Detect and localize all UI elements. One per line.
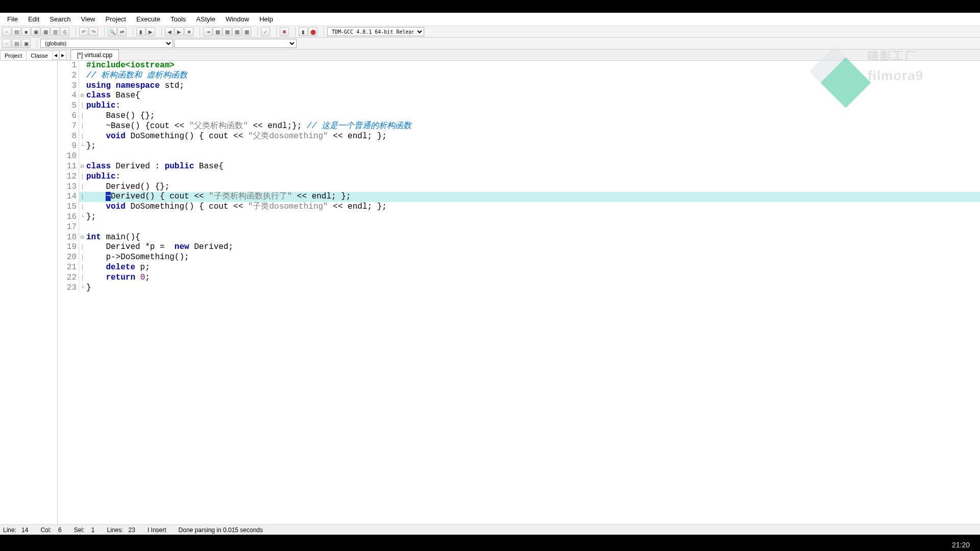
tab-scroll-right[interactable]: ▶ (59, 51, 66, 60)
status-lines: Lines: 23 (107, 527, 135, 534)
redo-icon[interactable]: ↷ (89, 27, 98, 36)
side-panel[interactable] (0, 61, 58, 524)
gutter-line: 12 (58, 172, 79, 182)
ide-window: File Edit Search View Project Execute To… (0, 13, 980, 535)
compiler-select[interactable]: TDM-GCC 4.8.1 64-bit Release (327, 27, 424, 36)
code-editor[interactable]: 1#include<iostream> 2// 析构函数和 虚析构函数 3usi… (58, 61, 980, 524)
close-icon[interactable]: ▥ (51, 27, 60, 36)
menu-window[interactable]: Window (220, 14, 254, 24)
grid2-icon[interactable]: ▦ (223, 27, 232, 36)
gutter-line: 15 (58, 202, 79, 212)
gutter-line: 19 (58, 242, 79, 253)
status-msg: Done parsing in 0.015 seconds (179, 527, 263, 534)
delete-icon[interactable]: ✖ (280, 27, 289, 36)
gutter-line: 21 (58, 263, 79, 273)
grid3-icon[interactable]: ▦ (232, 27, 241, 36)
gutter-line: 7 (58, 121, 79, 132)
debug-icon[interactable]: ⬤ (308, 27, 317, 36)
grid1-icon[interactable]: ▦ (213, 27, 222, 36)
editor-tab-virtual[interactable]: [*] virtual.cpp (70, 49, 119, 60)
main-area: 1#include<iostream> 2// 析构函数和 虚析构函数 3usi… (0, 61, 980, 524)
letterbox-bottom: 21:20 (0, 535, 980, 551)
tool-b-icon[interactable]: ▤ (12, 39, 21, 48)
gutter-line: 2 (58, 71, 79, 81)
bookmark-icon[interactable]: ★ (184, 27, 193, 36)
save-all-icon[interactable]: ▣ (31, 27, 40, 36)
new-file-icon[interactable]: ▫ (2, 27, 11, 36)
selection: ~ (106, 192, 111, 201)
tab-row: Project Classe ◀ ▶ [*] virtual.cpp (0, 49, 980, 61)
tab-scroll-left[interactable]: ◀ (52, 51, 59, 60)
gutter-line: 9 (58, 141, 79, 152)
menu-edit[interactable]: Edit (23, 14, 44, 24)
video-timestamp: 21:20 (952, 541, 970, 549)
gutter-line: 23 (58, 283, 79, 293)
menu-bar: File Edit Search View Project Execute To… (0, 13, 980, 26)
undo-icon[interactable]: ↶ (79, 27, 88, 36)
gutter-line: 8 (58, 132, 79, 142)
back-icon[interactable]: ◀ (165, 27, 174, 36)
gutter-line: 13 (58, 182, 79, 192)
tab-project[interactable]: Project (0, 51, 27, 60)
run-icon[interactable]: ▶ (146, 27, 155, 36)
member-select[interactable] (174, 39, 297, 48)
gutter-line: 3 (58, 81, 79, 91)
menu-tools[interactable]: Tools (165, 14, 191, 24)
status-line: Line: 14 (3, 527, 28, 534)
menu-project[interactable]: Project (101, 14, 131, 24)
status-bar: Line: 14 Col: 6 Sel: 1 Lines: 23 I Inser… (0, 524, 980, 535)
status-sel: Sel: 1 (74, 527, 95, 534)
check-icon[interactable]: ✓ (261, 27, 270, 36)
print-icon[interactable]: ⎙ (60, 27, 69, 36)
forward-icon[interactable]: ▶ (175, 27, 184, 36)
save-as-icon[interactable]: ▦ (41, 27, 50, 36)
menu-astyle[interactable]: AStyle (191, 14, 220, 24)
gutter-line: 6 (58, 111, 79, 121)
menu-view[interactable]: View (76, 14, 101, 24)
gutter-line: 20 (58, 253, 79, 263)
gutter-line: 10 (58, 152, 79, 162)
scope-select[interactable]: (globals) (40, 39, 173, 48)
replace-icon[interactable]: ⇄ (117, 27, 127, 36)
gutter-line: 1 (58, 61, 79, 71)
fold-icon[interactable]: ⊟ (79, 91, 85, 101)
chart-icon[interactable]: ▮ (299, 27, 308, 36)
gutter-line: 14 (58, 192, 79, 202)
tool-c-icon[interactable]: ▣ (21, 39, 31, 48)
fold-icon[interactable]: ⊟ (79, 162, 85, 172)
grid4-icon[interactable]: ▦ (242, 27, 251, 36)
tool-a-icon[interactable]: ▫ (2, 39, 11, 48)
tab-classes[interactable]: Classe (26, 51, 53, 60)
menu-search[interactable]: Search (44, 14, 76, 24)
status-mode: I Insert (148, 527, 166, 534)
find-icon[interactable]: 🔍 (108, 27, 117, 36)
gutter-line: 16 (58, 212, 79, 222)
letterbox-top (0, 0, 980, 13)
save-icon[interactable]: ■ (21, 27, 31, 36)
gutter-line: 11 (58, 162, 79, 172)
gutter-line: 22 (58, 273, 79, 283)
gutter-line: 18 (58, 233, 79, 243)
secondary-toolbar: ▫ ▤ ▣ (globals) (0, 38, 980, 49)
open-file-icon[interactable]: ▤ (12, 27, 21, 36)
menu-file[interactable]: File (2, 14, 23, 24)
goto-icon[interactable]: ⇥ (203, 27, 212, 36)
main-toolbar: ▫ ▤ ■ ▣ ▦ ▥ ⎙ ↶ ↷ 🔍 ⇄ ▮ ▶ ◀ ▶ ★ (0, 26, 980, 38)
gutter-line: 5 (58, 101, 79, 111)
menu-execute[interactable]: Execute (131, 14, 165, 24)
gutter-line: 4 (58, 91, 79, 101)
fold-icon[interactable]: ⊟ (79, 233, 85, 243)
menu-help[interactable]: Help (254, 14, 278, 24)
gutter-line: 17 (58, 222, 79, 233)
compile-icon[interactable]: ▮ (136, 27, 145, 36)
status-col: Col: 6 (40, 527, 61, 534)
sidepanel-tabs: Project Classe ◀ ▶ (0, 51, 66, 60)
